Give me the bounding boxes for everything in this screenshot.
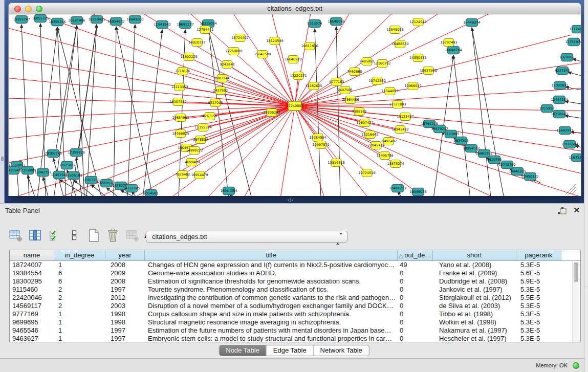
table-cell[interactable]: 1 xyxy=(54,310,105,318)
graph-node[interactable]: 10355746 xyxy=(49,18,66,26)
table-cell[interactable]: 0 xyxy=(398,286,433,294)
table-row[interactable]: 946362711997Embryonic stem cells: a mode… xyxy=(10,335,580,342)
table-cell[interactable]: 2 xyxy=(54,286,105,294)
graph-node[interactable]: 8313074 xyxy=(308,20,322,28)
graph-node[interactable]: 16055725 xyxy=(32,15,49,23)
graph-node[interactable]: 15495786 xyxy=(376,152,393,160)
column-header-year[interactable]: year xyxy=(105,250,145,260)
table-row[interactable]: 1938455462009Genome-wide association stu… xyxy=(10,269,580,277)
panel-divider-grip[interactable] xyxy=(288,199,294,202)
row-height-icon[interactable] xyxy=(66,227,82,244)
close-panel-icon[interactable]: ✕ xyxy=(573,206,580,215)
graph-node[interactable]: 7386385 xyxy=(352,108,367,116)
table-row[interactable]: 946554611997Estimation of the future num… xyxy=(10,326,580,335)
table-cell[interactable]: Jankovic et al. (1997) xyxy=(433,286,516,294)
graph-node[interactable]: 2718126 xyxy=(176,68,190,75)
table-cell[interactable]: Corpus callosum shape and size in male p… xyxy=(145,310,398,318)
graph-node[interactable]: 9777163 xyxy=(330,78,344,86)
graph-node[interactable]: 16648784 xyxy=(445,47,462,54)
graph-node[interactable]: 12450122 xyxy=(521,173,538,181)
table-cell[interactable]: 6 xyxy=(54,277,105,286)
column-header-in-degree[interactable]: in_degree xyxy=(54,250,105,260)
graph-node[interactable]: 8215958 xyxy=(540,105,555,113)
graph-node[interactable]: 16210643 xyxy=(551,111,568,118)
table-cell[interactable]: 5.3E-5 xyxy=(516,286,561,294)
graph-node[interactable]: 16488639 xyxy=(391,40,408,48)
table-cell[interactable]: 2003 xyxy=(105,302,145,310)
float-panel-icon[interactable] xyxy=(557,207,567,215)
tab-node-table[interactable]: Node Table xyxy=(219,345,267,356)
graph-node[interactable]: 17359928 xyxy=(68,149,84,157)
table-cell[interactable]: Franke et al. (2009) xyxy=(433,269,516,277)
graph-node[interactable]: 10997870 xyxy=(312,141,329,149)
graph-node[interactable]: 7485083 xyxy=(360,58,375,65)
graph-node[interactable]: 9054501 xyxy=(144,190,159,196)
table-cell[interactable]: 9115460 xyxy=(10,286,54,294)
table-cell[interactable]: 5.3E-5 xyxy=(516,318,561,326)
graph-node[interactable]: 15692971 xyxy=(556,127,573,135)
table-cell[interactable]: 5.3E-5 xyxy=(516,261,561,269)
table-cell[interactable]: 14569117 xyxy=(10,302,54,310)
graph-node[interactable]: 15751074 xyxy=(565,38,581,46)
graph-node[interactable]: 14162625 xyxy=(305,82,322,90)
table-cell[interactable]: 0 xyxy=(398,318,433,326)
graph-node[interactable]: 10966917 xyxy=(404,82,421,90)
table-cell[interactable]: 2012 xyxy=(105,294,145,302)
table-cell[interactable]: 18724007 xyxy=(10,261,54,269)
table-row[interactable]: 1456911722003Disruption of a novel membe… xyxy=(10,302,580,310)
graph-node[interactable]: 11124549 xyxy=(569,26,581,33)
graph-node[interactable]: 16943000 xyxy=(126,16,143,24)
table-cell[interactable]: 49 xyxy=(398,261,433,269)
graph-node[interactable]: 5678834 xyxy=(193,136,208,144)
table-cell[interactable]: 19384554 xyxy=(10,269,54,277)
graph-node[interactable]: 17240007 xyxy=(286,101,303,111)
graph-node[interactable]: 2803144 xyxy=(215,75,230,82)
table-scrollbar[interactable] xyxy=(572,261,579,342)
table-cell[interactable]: 2009 xyxy=(105,269,145,277)
column-header-out-degree[interactable]: △out_de… xyxy=(398,250,433,260)
graph-node[interactable]: 15954932 xyxy=(107,18,124,26)
close-window-icon[interactable] xyxy=(14,6,21,12)
table-cell[interactable]: Changes of HCN gene expression and I(f) … xyxy=(145,261,398,269)
table-cell[interactable]: 5.9E-5 xyxy=(516,277,561,286)
graph-node[interactable]: 17016504 xyxy=(561,141,578,148)
graph-node[interactable]: 16640910 xyxy=(285,56,301,63)
table-cell[interactable]: Stergiakouli et al. (2012) xyxy=(433,294,516,302)
table-cell[interactable]: Wolkin et al. (1998) xyxy=(433,318,516,326)
table-cell[interactable]: 5.3E-5 xyxy=(516,302,561,310)
table-cell[interactable]: 5.3E-5 xyxy=(516,335,561,342)
table-row[interactable]: 1872400712008Changes of HCN gene express… xyxy=(10,261,580,269)
graph-node[interactable]: 7625402 xyxy=(176,171,190,179)
table-cell[interactable]: 0 xyxy=(398,326,433,335)
table-cell[interactable]: 1998 xyxy=(105,318,145,326)
graph-node[interactable]: 14099489 xyxy=(183,159,200,166)
table-selector-dropdown[interactable]: citations_edges.txt xyxy=(146,231,347,243)
graph-node[interactable]: 18124549 xyxy=(266,37,283,45)
column-header-pagerank[interactable]: pagerank xyxy=(516,250,561,260)
graph-node[interactable]: 14732185 xyxy=(123,185,140,192)
table-cell[interactable]: 9699695 xyxy=(10,318,54,326)
table-cell[interactable]: 5.6E-5 xyxy=(516,269,561,277)
network-graph[interactable]: 1935574716055725103557462069140618550421… xyxy=(9,14,581,196)
graph-node[interactable]: 12160792 xyxy=(374,60,390,68)
graph-node[interactable]: 16964254 xyxy=(220,187,237,195)
table-cell[interactable]: 5.3E-5 xyxy=(516,326,561,335)
table-row[interactable]: 977716911998Corpus callosum shape and si… xyxy=(10,310,580,318)
graph-node[interactable]: 7462660 xyxy=(347,68,362,76)
graph-node[interactable]: 16640916 xyxy=(328,18,344,26)
table-cell[interactable]: Tibbo et al. (1998) xyxy=(433,310,516,318)
graph-node[interactable]: 9227343 xyxy=(555,67,570,75)
graph-node[interactable]: 19448274 xyxy=(463,19,480,27)
table-cell[interactable]: Tourette syndrome. Phenomenology and cla… xyxy=(145,286,398,294)
table-cell[interactable]: 2008 xyxy=(105,261,145,269)
graph-node[interactable]: 18946035 xyxy=(409,188,426,196)
table-cell[interactable]: Embryonic stem cells: a model to study s… xyxy=(145,335,398,342)
graph-node[interactable]: 12505183 xyxy=(65,172,82,180)
graph-node[interactable]: 16107552 xyxy=(169,98,186,106)
graph-node[interactable]: 11544093 xyxy=(381,87,398,95)
table-cell[interactable]: 1998 xyxy=(105,310,145,318)
network-view-window[interactable]: citations_edges.txt 19355747160557251035… xyxy=(8,3,581,196)
table-settings-icon[interactable] xyxy=(7,227,24,244)
table-row[interactable]: 2242004622012Investigating the contribut… xyxy=(10,294,580,302)
table-cell[interactable]: 18300295 xyxy=(10,277,54,286)
